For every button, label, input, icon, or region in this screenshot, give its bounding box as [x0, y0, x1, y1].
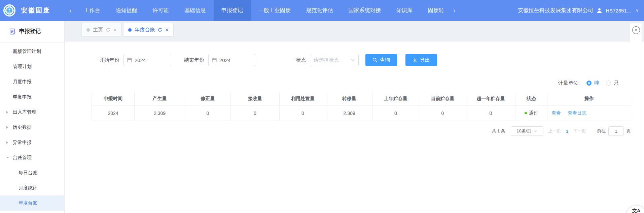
- col-actions: 操作: [547, 92, 631, 105]
- page-number-1[interactable]: 1: [566, 129, 568, 134]
- page-size-select[interactable]: 10条/页: [511, 126, 543, 136]
- app-window: 安徽固废 ‹ 工作台 通知提醒 许可证 基础信息 申报登记 一般工业固废 规范化…: [0, 0, 644, 213]
- nav-item-general-industrial-waste[interactable]: 一般工业固废: [251, 0, 298, 21]
- nav-item-national-system[interactable]: 国家系统对接: [341, 0, 389, 21]
- sidebar-menu: 新版管理计划 管理计划 月度申报 季度申报 出入库管理 历史数据 异常申报 台账…: [0, 42, 64, 211]
- next-page-button[interactable]: 下一页: [573, 128, 586, 134]
- goto-label: 前往: [597, 128, 606, 134]
- sidebar-item-management-plan[interactable]: 管理计划: [0, 59, 64, 74]
- sidebar-item-new-management-plan[interactable]: 新版管理计划: [0, 44, 64, 59]
- status-select[interactable]: 请选择状态: [310, 54, 359, 66]
- status-label: 状态: [296, 57, 306, 63]
- declaration-doc-icon: [9, 28, 16, 35]
- nav-item-notifications[interactable]: 通知提醒: [108, 0, 145, 21]
- download-icon: [413, 58, 417, 62]
- sidebar-item-quarterly-declaration[interactable]: 季度申报: [0, 89, 64, 104]
- unit-radio-ton[interactable]: 吨: [586, 80, 599, 86]
- col-transferred: 转移量: [326, 92, 372, 105]
- expand-right-caret-icon: [6, 141, 8, 144]
- app-logo-icon: [3, 4, 15, 17]
- sidebar-item-history-data[interactable]: 历史数据: [0, 120, 64, 135]
- sidebar-header: 申报登记: [0, 21, 64, 42]
- nav-user-area: 安徽恒生科技发展集团有限公司 HS72851... ∨: [518, 7, 644, 14]
- nav-item-standard-evaluation[interactable]: 规范化评估: [298, 0, 341, 21]
- tab-annual-ledger[interactable]: 年度台账 ×: [123, 23, 173, 37]
- end-year-input[interactable]: 2024: [208, 54, 256, 66]
- brand: 安徽固废: [0, 4, 65, 17]
- scrollbar-track[interactable]: [642, 21, 642, 213]
- nav-item-waste-transfer[interactable]: 固废转: [420, 0, 452, 21]
- calendar-icon: [212, 58, 217, 62]
- close-all-tabs-button[interactable]: ×: [630, 23, 642, 41]
- filter-bar: 开始年份 2024 结束年份 2024 状态 请选择状态: [99, 54, 437, 66]
- prev-page-button[interactable]: 上一页: [548, 128, 561, 134]
- col-declare-time: 申报时间: [92, 92, 135, 105]
- nav-item-declaration[interactable]: 申报登记: [214, 0, 251, 21]
- nav-item-workbench[interactable]: 工作台: [76, 0, 108, 21]
- cell-current-storage: 0: [419, 105, 466, 121]
- sidebar-item-ledger-management[interactable]: 台账管理: [0, 150, 64, 165]
- unit-radio-piece[interactable]: 只: [606, 80, 619, 86]
- measure-unit-row: 计量单位: 吨 只: [558, 79, 619, 87]
- status-badge: 通过: [525, 110, 538, 116]
- table-header-row: 申报时间 产生量 修正量 接收量 利用处置量 转移量 上年贮存量 当前贮存量 超…: [92, 92, 631, 105]
- nav-scroll-arrow-icon[interactable]: ›: [452, 0, 457, 21]
- brand-title: 安徽固废: [21, 6, 50, 15]
- user-menu-chevron-down-icon[interactable]: ∨: [636, 8, 639, 13]
- measure-unit-label: 计量单位:: [558, 80, 580, 86]
- tab-home[interactable]: 主页 ×: [81, 23, 121, 37]
- cell-status: 通过: [515, 105, 547, 121]
- cell-transferred: 2.309: [326, 105, 372, 121]
- user-icon: [597, 8, 602, 13]
- cell-prev-year-storage: 0: [372, 105, 419, 121]
- col-prev-year-storage: 上年贮存量: [372, 92, 419, 105]
- col-over-one-year-storage: 超一年贮存量: [466, 92, 515, 105]
- start-year-input[interactable]: 2024: [123, 54, 171, 66]
- status-placeholder: 请选择状态: [314, 57, 339, 63]
- tab-close-icon[interactable]: ×: [165, 27, 168, 33]
- chevron-down-icon: [534, 130, 537, 132]
- col-generated: 产生量: [135, 92, 185, 105]
- calendar-icon: [127, 58, 132, 62]
- tab-refresh-icon[interactable]: [106, 28, 110, 32]
- sidebar-item-monthly-declaration[interactable]: 月度申报: [0, 74, 64, 89]
- cell-received: 0: [231, 105, 280, 121]
- col-corrected: 修正量: [185, 92, 231, 105]
- table-row: 2024 2.309 0 0 0 2.309 0 0 0 通过 查看 查看日志: [92, 105, 631, 121]
- sidebar-item-monthly-stats[interactable]: 月度统计: [0, 180, 64, 195]
- cell-corrected: 0: [185, 105, 231, 121]
- annual-ledger-table: 申报时间 产生量 修正量 接收量 利用处置量 转移量 上年贮存量 当前贮存量 超…: [92, 92, 631, 121]
- username[interactable]: HS72851...: [606, 8, 631, 13]
- nav-collapse-chevron-icon[interactable]: ‹: [69, 7, 72, 14]
- export-button[interactable]: 导出: [405, 54, 437, 66]
- sidebar-item-daily-ledger[interactable]: 每日台账: [0, 165, 64, 180]
- tab-status-dot: [128, 28, 132, 32]
- view-log-link[interactable]: 查看日志: [568, 110, 586, 116]
- start-year-label: 开始年份: [99, 57, 119, 63]
- tab-status-dot: [86, 28, 90, 32]
- sidebar-item-abnormal-declaration[interactable]: 异常申报: [0, 135, 64, 150]
- tabs: 主页 × 年度台账 ×: [81, 23, 174, 37]
- nav-item-basic-info[interactable]: 基础信息: [177, 0, 214, 21]
- tab-close-icon[interactable]: ×: [113, 27, 116, 33]
- magnifier-icon: [372, 58, 377, 62]
- end-year-label: 结束年份: [184, 57, 204, 63]
- total-count: 共 1 条: [492, 128, 505, 134]
- nav-item-license[interactable]: 许可证: [145, 0, 177, 21]
- radio-unchecked-icon: [606, 81, 611, 86]
- translate-icon: 文A: [632, 208, 640, 213]
- col-current-storage: 当前贮存量: [419, 92, 466, 105]
- tab-refresh-icon[interactable]: [158, 28, 162, 32]
- sidebar: 申报登记 新版管理计划 管理计划 月度申报 季度申报 出入库管理 历史数据 异常…: [0, 21, 65, 213]
- status-dot-icon: [525, 112, 527, 114]
- cell-declare-time: 2024: [92, 105, 135, 121]
- search-button[interactable]: 查询: [365, 54, 397, 66]
- sidebar-item-annual-ledger[interactable]: 年度台账: [0, 195, 64, 211]
- cell-over-one-year-storage: 0: [466, 105, 515, 121]
- goto-page-input[interactable]: [608, 126, 624, 136]
- nav-item-knowledge-base[interactable]: 知识库: [389, 0, 420, 21]
- sidebar-item-inout-storage[interactable]: 出入库管理: [0, 104, 64, 120]
- expand-right-caret-icon: [6, 126, 8, 129]
- radio-checked-icon: [586, 81, 592, 86]
- view-link[interactable]: 查看: [551, 110, 561, 116]
